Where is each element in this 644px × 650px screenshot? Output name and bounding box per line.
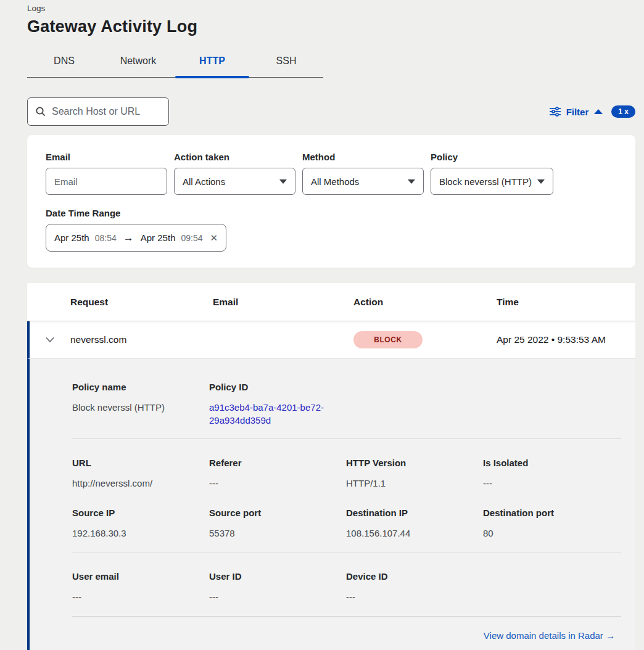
view-domain-details-radar-link[interactable]: View domain details in Radar → xyxy=(484,630,615,641)
policy-value: Block neverssl (HTTP) xyxy=(439,176,532,187)
arrow-right-icon: → xyxy=(122,232,135,244)
row-details-panel: Policy name Block neverssl (HTTP) Policy… xyxy=(27,359,635,650)
policy-name-value: Block neverssl (HTTP) xyxy=(72,401,209,414)
block-status-badge: BLOCK xyxy=(353,331,423,348)
filter-sliders-icon xyxy=(550,107,561,117)
search-input[interactable] xyxy=(52,106,161,117)
policy-select[interactable]: Block neverssl (HTTP) xyxy=(431,168,553,195)
start-date: Apr 25th xyxy=(54,232,89,243)
row-expand-chevron-icon[interactable] xyxy=(45,337,55,343)
source-port-field: Source port 55378 xyxy=(209,508,346,540)
column-header-time: Time xyxy=(497,297,635,308)
user-email-field: User email --- xyxy=(72,571,209,603)
device-id-label: Device ID xyxy=(346,571,483,582)
destination-port-field: Destination port 80 xyxy=(483,508,620,540)
referer-value: --- xyxy=(209,477,346,490)
policy-name-label: Policy name xyxy=(72,382,209,392)
date-range-picker[interactable]: Apr 25th 08:54 → Apr 25th 09:54 ✕ xyxy=(46,224,226,252)
chevron-down-icon xyxy=(408,179,415,184)
source-port-value: 55378 xyxy=(209,527,346,540)
gateway-activity-log-page: Logs Gateway Activity Log DNS Network HT… xyxy=(0,0,644,650)
filter-label: Filter xyxy=(566,107,589,117)
method-field: Method All Methods xyxy=(302,152,424,195)
clear-date-range-icon[interactable]: ✕ xyxy=(210,232,218,244)
filter-panel: Email Action taken All Actions Method Al… xyxy=(27,135,635,268)
breadcrumb[interactable]: Logs xyxy=(27,2,635,13)
user-id-field: User ID --- xyxy=(209,571,346,603)
referer-label: Referer xyxy=(209,458,346,468)
source-ip-field: Source IP 192.168.30.3 xyxy=(72,508,209,540)
user-email-value: --- xyxy=(72,590,209,603)
policy-label: Policy xyxy=(431,152,553,162)
filter-toggle[interactable]: Filter 1 x xyxy=(550,105,635,118)
tab-bar: DNS Network HTTP SSH xyxy=(27,49,323,78)
tab-network[interactable]: Network xyxy=(101,49,175,77)
date-range-label: Date Time Range xyxy=(46,208,617,218)
http-version-field: HTTP Version HTTP/1.1 xyxy=(346,458,483,490)
policy-name-field: Policy name Block neverssl (HTTP) xyxy=(72,382,209,427)
destination-port-label: Destination port xyxy=(483,508,620,518)
row-request: neverssl.com xyxy=(70,334,213,345)
destination-ip-field: Destination IP 108.156.107.44 xyxy=(346,508,483,540)
row-time: Apr 25 2022 • 9:53:53 AM xyxy=(497,334,635,345)
tab-dns[interactable]: DNS xyxy=(27,49,101,77)
divider xyxy=(72,438,621,439)
chevron-down-icon xyxy=(279,179,287,184)
page-title: Gateway Activity Log xyxy=(27,17,635,36)
source-ip-label: Source IP xyxy=(72,508,209,518)
start-time: 08:54 xyxy=(95,233,117,243)
action-taken-select[interactable]: All Actions xyxy=(174,168,295,195)
column-header-request: Request xyxy=(70,297,213,308)
email-filter-input[interactable] xyxy=(54,176,159,187)
column-header-action: Action xyxy=(353,297,497,308)
method-value: All Methods xyxy=(311,176,359,187)
is-isolated-label: Is Isolated xyxy=(483,458,620,468)
url-value: http://neverssl.com/ xyxy=(72,477,209,490)
policy-field: Policy Block neverssl (HTTP) xyxy=(431,152,553,195)
device-id-value: --- xyxy=(346,590,483,603)
action-taken-label: Action taken xyxy=(174,152,295,162)
email-filter-label: Email xyxy=(46,152,167,162)
user-id-label: User ID xyxy=(209,571,346,582)
action-taken-value: All Actions xyxy=(183,176,225,187)
filter-count-badge[interactable]: 1 x xyxy=(611,105,635,118)
http-version-label: HTTP Version xyxy=(346,458,483,468)
user-email-label: User email xyxy=(72,571,209,582)
tab-ssh[interactable]: SSH xyxy=(249,49,323,77)
referer-field: Referer --- xyxy=(209,458,346,490)
email-filter-field: Email xyxy=(46,152,167,195)
search-icon xyxy=(35,106,46,117)
http-version-value: HTTP/1.1 xyxy=(346,477,483,490)
policy-id-field: Policy ID a91c3eb4-ba7a-4201-be72-29a934… xyxy=(209,382,346,427)
url-label: URL xyxy=(72,458,209,468)
source-port-label: Source port xyxy=(209,508,346,518)
policy-id-link[interactable]: a91c3eb4-ba7a-4201-be72-29a934dd359d xyxy=(209,401,330,427)
column-header-email: Email xyxy=(213,297,353,308)
policy-id-label: Policy ID xyxy=(209,382,346,392)
toolbar: Filter 1 x xyxy=(27,97,635,126)
destination-port-value: 80 xyxy=(483,527,620,540)
is-isolated-value: --- xyxy=(483,477,620,490)
search-box[interactable] xyxy=(27,97,169,126)
method-label: Method xyxy=(302,152,424,162)
end-time: 09:54 xyxy=(181,233,202,243)
chevron-down-icon xyxy=(537,179,545,184)
caret-up-icon xyxy=(594,109,603,114)
date-range-field: Date Time Range Apr 25th 08:54 → Apr 25t… xyxy=(46,208,617,252)
url-field: URL http://neverssl.com/ xyxy=(72,458,209,490)
device-id-field: Device ID --- xyxy=(346,571,483,603)
end-date: Apr 25th xyxy=(141,232,176,243)
activity-log-table: Request Email Action Time neverssl.com B… xyxy=(27,283,635,650)
destination-ip-label: Destination IP xyxy=(346,508,483,518)
table-header-row: Request Email Action Time xyxy=(27,283,635,321)
is-isolated-field: Is Isolated --- xyxy=(483,458,620,490)
action-taken-field: Action taken All Actions xyxy=(174,152,295,195)
divider xyxy=(72,553,621,553)
source-ip-value: 192.168.30.3 xyxy=(72,527,209,540)
table-row[interactable]: neverssl.com BLOCK Apr 25 2022 • 9:53:53… xyxy=(27,321,635,359)
destination-ip-value: 108.156.107.44 xyxy=(346,527,483,540)
user-id-value: --- xyxy=(209,590,346,603)
method-select[interactable]: All Methods xyxy=(302,168,424,195)
tab-http[interactable]: HTTP xyxy=(175,49,249,77)
